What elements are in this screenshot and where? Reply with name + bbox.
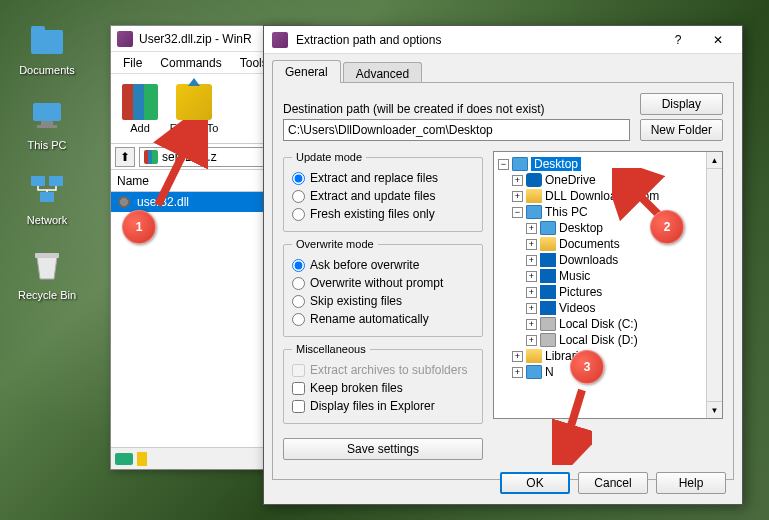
folder-icon <box>526 189 542 203</box>
expand-icon[interactable]: + <box>526 319 537 330</box>
desktop-icon-thispc[interactable]: This PC <box>12 95 82 151</box>
cancel-button[interactable]: Cancel <box>578 472 648 494</box>
misc-legend: Miscellaneous <box>292 343 370 355</box>
radio-rename[interactable]: Rename automatically <box>292 310 474 328</box>
up-button[interactable]: ⬆ <box>115 147 135 167</box>
tab-general[interactable]: General <box>272 60 341 83</box>
collapse-icon[interactable]: − <box>512 207 523 218</box>
help-button[interactable]: ? <box>662 28 694 52</box>
books-icon <box>122 84 158 120</box>
folder-tree[interactable]: −Desktop +OneDrive +DLL Downloader.com −… <box>493 151 723 419</box>
tree-pictures[interactable]: +Pictures <box>498 284 718 300</box>
pictures-icon <box>540 285 556 299</box>
check-keep-broken[interactable]: Keep broken files <box>292 379 474 397</box>
pc-icon <box>27 95 67 135</box>
tree-desktop[interactable]: −Desktop <box>498 156 718 172</box>
dialog-title-text: Extraction path and options <box>296 33 441 47</box>
svg-rect-2 <box>33 103 61 121</box>
pc-icon <box>526 205 542 219</box>
radio-fresh-only[interactable]: Fresh existing files only <box>292 205 474 223</box>
gear-icon <box>117 195 131 209</box>
tree-documents[interactable]: +Documents <box>498 236 718 252</box>
expand-icon[interactable]: + <box>526 303 537 314</box>
expand-icon[interactable]: + <box>512 175 523 186</box>
desktop-icon-documents[interactable]: Documents <box>12 20 82 76</box>
svg-rect-8 <box>35 253 59 258</box>
radio-skip[interactable]: Skip existing files <box>292 292 474 310</box>
annotation-1: 1 <box>122 210 156 244</box>
tree-onedrive[interactable]: +OneDrive <box>498 172 718 188</box>
overwrite-mode-legend: Overwrite mode <box>292 238 378 250</box>
expand-icon[interactable]: + <box>526 335 537 346</box>
dialog-buttons: OK Cancel Help <box>500 472 726 494</box>
download-icon <box>540 253 556 267</box>
display-button[interactable]: Display <box>640 93 723 115</box>
radio-overwrite[interactable]: Overwrite without prompt <box>292 274 474 292</box>
desktop-label: Network <box>12 214 82 226</box>
close-button[interactable]: ✕ <box>702 28 734 52</box>
collapse-icon[interactable]: − <box>498 159 509 170</box>
status-icon <box>115 453 133 465</box>
folder-icon <box>27 20 67 60</box>
add-label: Add <box>130 122 150 134</box>
cloud-icon <box>526 173 542 187</box>
dialog-titlebar[interactable]: Extraction path and options ? ✕ <box>264 26 742 54</box>
desktop-label: Documents <box>12 64 82 76</box>
tree-disk-d[interactable]: +Local Disk (D:) <box>498 332 718 348</box>
expand-icon[interactable]: + <box>512 351 523 362</box>
extraction-dialog: Extraction path and options ? ✕ General … <box>263 25 743 505</box>
libraries-icon <box>526 349 542 363</box>
videos-icon <box>540 301 556 315</box>
tree-libraries[interactable]: +Libraries <box>498 348 718 364</box>
check-display-explorer[interactable]: Display files in Explorer <box>292 397 474 415</box>
save-settings-button[interactable]: Save settings <box>283 438 483 460</box>
annotation-2: 2 <box>650 210 684 244</box>
tree-scrollbar[interactable] <box>706 152 722 418</box>
desktop-label: Recycle Bin <box>12 289 82 301</box>
expand-icon[interactable]: + <box>526 287 537 298</box>
tree-pc-desktop[interactable]: +Desktop <box>498 220 718 236</box>
dest-label: Destination path (will be created if doe… <box>283 102 630 116</box>
desktop-icon-network[interactable]: Network <box>12 170 82 226</box>
winrar-title-text: User32.dll.zip - WinR <box>139 32 252 46</box>
radio-ask[interactable]: Ask before overwrite <box>292 256 474 274</box>
radio-extract-replace[interactable]: Extract and replace files <box>292 169 474 187</box>
help-button[interactable]: Help <box>656 472 726 494</box>
new-folder-button[interactable]: New Folder <box>640 119 723 141</box>
tree-dll[interactable]: +DLL Downloader.com <box>498 188 718 204</box>
tree-videos[interactable]: +Videos <box>498 300 718 316</box>
key-icon <box>137 452 147 466</box>
destination-input[interactable] <box>283 119 630 141</box>
tree-disk-c[interactable]: +Local Disk (C:) <box>498 316 718 332</box>
tab-bar: General Advanced <box>264 54 742 83</box>
overwrite-mode-group: Overwrite mode Ask before overwrite Over… <box>283 238 483 337</box>
tree-thispc[interactable]: −This PC <box>498 204 718 220</box>
desktop-icon-recyclebin[interactable]: Recycle Bin <box>12 245 82 301</box>
desktop-label: This PC <box>12 139 82 151</box>
expand-icon[interactable]: + <box>526 239 537 250</box>
expand-icon[interactable]: + <box>526 255 537 266</box>
tree-downloads[interactable]: +Downloads <box>498 252 718 268</box>
network-icon <box>27 170 67 210</box>
check-subfolders[interactable]: Extract archives to subfolders <box>292 361 474 379</box>
svg-rect-3 <box>41 121 53 125</box>
folder-icon <box>540 237 556 251</box>
svg-rect-6 <box>49 176 63 186</box>
ok-button[interactable]: OK <box>500 472 570 494</box>
tree-music[interactable]: +Music <box>498 268 718 284</box>
expand-icon[interactable]: + <box>526 223 537 234</box>
update-mode-legend: Update mode <box>292 151 366 163</box>
svg-rect-7 <box>40 192 54 202</box>
menu-file[interactable]: File <box>115 54 150 72</box>
tree-network[interactable]: +N <box>498 364 718 380</box>
tab-panel: Destination path (will be created if doe… <box>272 82 734 480</box>
annotation-arrow-3 <box>552 385 592 465</box>
disk-icon <box>540 317 556 331</box>
menu-commands[interactable]: Commands <box>152 54 229 72</box>
help-icon: ? <box>675 33 682 47</box>
radio-extract-update[interactable]: Extract and update files <box>292 187 474 205</box>
expand-icon[interactable]: + <box>512 367 523 378</box>
svg-rect-1 <box>31 26 45 34</box>
expand-icon[interactable]: + <box>526 271 537 282</box>
expand-icon[interactable]: + <box>512 191 523 202</box>
